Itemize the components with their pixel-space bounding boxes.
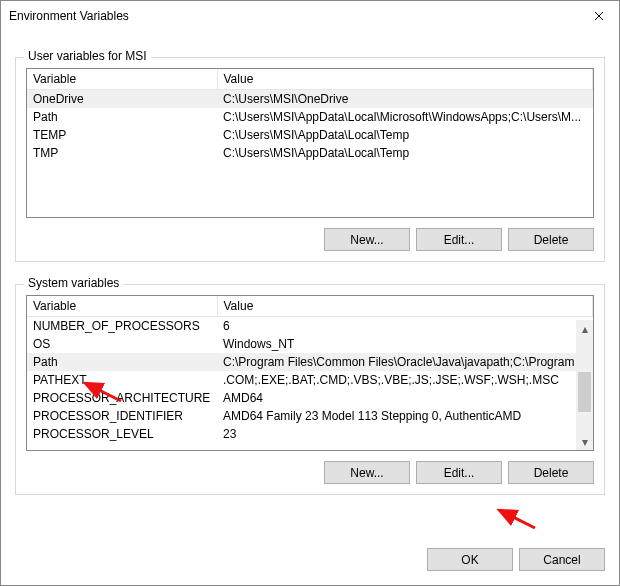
scroll-thumb[interactable] [578,372,591,412]
table-row[interactable]: NUMBER_OF_PROCESSORS6 [27,317,593,336]
close-icon [594,11,604,21]
cell-variable: NUMBER_OF_PROCESSORS [27,317,217,336]
table-row[interactable]: PROCESSOR_LEVEL23 [27,425,593,443]
env-vars-window: Environment Variables User variables for… [0,0,620,586]
cancel-button[interactable]: Cancel [519,548,605,571]
col-value[interactable]: Value [217,296,593,317]
user-variables-table[interactable]: Variable Value OneDriveC:\Users\MSI\OneD… [26,68,594,218]
content-area: User variables for MSI Variable Value On… [1,31,619,585]
close-button[interactable] [579,1,619,31]
table-row[interactable]: OneDriveC:\Users\MSI\OneDrive [27,90,593,109]
cell-variable: Path [27,353,217,371]
system-variables-legend: System variables [24,276,123,290]
col-variable[interactable]: Variable [27,296,217,317]
system-variables-table[interactable]: Variable Value NUMBER_OF_PROCESSORS6OSWi… [26,295,594,451]
window-title: Environment Variables [9,9,129,23]
cell-variable: PROCESSOR_IDENTIFIER [27,407,217,425]
scroll-down-icon[interactable]: ▾ [576,433,593,450]
system-variables-group: System variables Variable Value NUMBER_O… [15,284,605,495]
footer-buttons: OK Cancel [427,548,605,571]
table-row[interactable]: PathC:\Users\MSI\AppData\Local\Microsoft… [27,108,593,126]
cell-value: AMD64 [217,389,593,407]
user-edit-button[interactable]: Edit... [416,228,502,251]
ok-button[interactable]: OK [427,548,513,571]
system-button-row: New... Edit... Delete [26,461,594,484]
cell-value: C:\Users\MSI\OneDrive [217,90,593,109]
cell-variable: TMP [27,144,217,162]
cell-variable: PROCESSOR_LEVEL [27,425,217,443]
system-delete-button[interactable]: Delete [508,461,594,484]
scrollbar[interactable]: ▴ ▾ [576,320,593,450]
cell-value: C:\Program Files\Common Files\Oracle\Jav… [217,353,593,371]
table-row[interactable]: TMPC:\Users\MSI\AppData\Local\Temp [27,144,593,162]
user-delete-button[interactable]: Delete [508,228,594,251]
col-variable[interactable]: Variable [27,69,217,90]
cell-variable: PROCESSOR_ARCHITECTURE [27,389,217,407]
user-button-row: New... Edit... Delete [26,228,594,251]
cell-variable: OneDrive [27,90,217,109]
cell-variable: OS [27,335,217,353]
cell-variable: PATHEXT [27,371,217,389]
cell-value: Windows_NT [217,335,593,353]
cell-value: C:\Users\MSI\AppData\Local\Microsoft\Win… [217,108,593,126]
cell-value: 6 [217,317,593,336]
user-new-button[interactable]: New... [324,228,410,251]
table-row[interactable]: PROCESSOR_ARCHITECTUREAMD64 [27,389,593,407]
user-variables-legend: User variables for MSI [24,49,151,63]
cell-value: 23 [217,425,593,443]
cell-variable: TEMP [27,126,217,144]
cell-value: AMD64 Family 23 Model 113 Stepping 0, Au… [217,407,593,425]
titlebar: Environment Variables [1,1,619,31]
user-variables-group: User variables for MSI Variable Value On… [15,57,605,262]
system-new-button[interactable]: New... [324,461,410,484]
table-row[interactable]: TEMPC:\Users\MSI\AppData\Local\Temp [27,126,593,144]
table-row[interactable]: PathC:\Program Files\Common Files\Oracle… [27,353,593,371]
scroll-track[interactable] [576,337,593,433]
cell-value: C:\Users\MSI\AppData\Local\Temp [217,126,593,144]
col-value[interactable]: Value [217,69,593,90]
cell-value: .COM;.EXE;.BAT;.CMD;.VBS;.VBE;.JS;.JSE;.… [217,371,593,389]
table-row[interactable]: OSWindows_NT [27,335,593,353]
cell-value: C:\Users\MSI\AppData\Local\Temp [217,144,593,162]
cell-variable: Path [27,108,217,126]
table-row[interactable]: PATHEXT.COM;.EXE;.BAT;.CMD;.VBS;.VBE;.JS… [27,371,593,389]
system-edit-button[interactable]: Edit... [416,461,502,484]
scroll-up-icon[interactable]: ▴ [576,320,593,337]
table-row[interactable]: PROCESSOR_IDENTIFIERAMD64 Family 23 Mode… [27,407,593,425]
